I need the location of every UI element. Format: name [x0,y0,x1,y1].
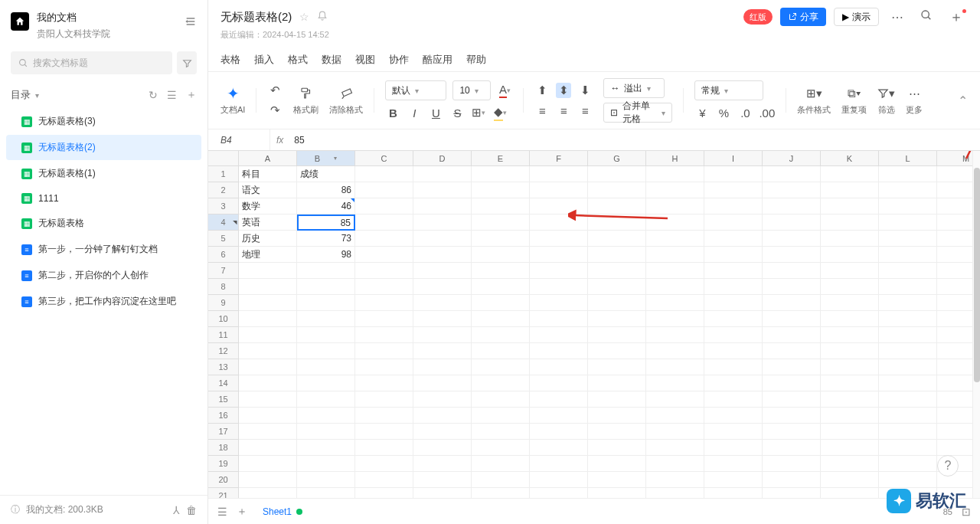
row-header[interactable]: 17 [208,424,239,440]
cell[interactable] [355,375,413,391]
chevron-down-icon[interactable]: ▾ [35,91,39,100]
cell[interactable] [821,488,879,498]
cell[interactable] [704,488,763,498]
list-view-icon[interactable]: ☰ [167,89,177,101]
cell[interactable] [646,359,704,375]
cell[interactable] [704,263,763,279]
cell[interactable] [763,327,821,343]
cell[interactable] [763,375,821,391]
cell[interactable] [530,166,588,182]
add-catalog-icon[interactable]: ＋ [186,88,197,102]
catalog-label[interactable]: 目录 [11,88,31,102]
menu-item[interactable]: 视图 [355,53,375,67]
column-header[interactable]: B▾ [297,151,355,166]
cell[interactable] [239,343,297,359]
cell[interactable] [530,375,588,391]
column-header[interactable]: C [355,151,413,166]
help-icon[interactable]: ? [937,455,959,477]
refresh-icon[interactable]: ↻ [149,89,158,101]
cell[interactable] [646,391,704,408]
cell[interactable] [821,391,879,408]
cell[interactable] [646,311,704,327]
search-input[interactable]: 搜索文档标题 [11,51,172,74]
cell[interactable] [530,295,588,311]
decimal-increase-icon[interactable]: .00 [759,105,775,120]
row-header[interactable]: 1 [208,166,239,182]
cell[interactable] [413,343,472,359]
cell[interactable] [704,343,763,359]
cell[interactable] [763,166,821,182]
cell[interactable] [646,343,704,359]
share-button[interactable]: 分享 [780,8,826,26]
cell[interactable] [355,247,413,263]
cell[interactable] [297,472,355,488]
cell[interactable] [879,440,937,456]
cell[interactable] [646,247,704,263]
cell[interactable] [821,343,879,359]
cell[interactable] [879,343,937,359]
cell[interactable] [297,295,355,311]
column-header[interactable]: M [937,151,972,166]
currency-icon[interactable]: ¥ [694,105,710,120]
cell[interactable] [879,311,937,327]
cell[interactable] [472,359,530,375]
cell[interactable] [646,488,704,498]
menu-item[interactable]: 格式 [288,53,308,67]
cell[interactable] [355,472,413,488]
align-right-icon[interactable]: ≡ [577,103,593,118]
cell[interactable] [937,182,972,198]
cell[interactable] [937,263,972,279]
cell[interactable]: 98 [297,247,355,263]
cell[interactable] [355,424,413,440]
cell[interactable] [937,375,972,391]
cell[interactable] [763,472,821,488]
cell[interactable] [646,424,704,440]
cell[interactable] [413,247,472,263]
cell[interactable] [413,182,472,198]
fill-color-icon[interactable]: ◆ ▾ [492,105,508,120]
valign-top-icon[interactable]: ⬆ [534,83,550,98]
cell[interactable] [821,215,879,231]
cell[interactable] [355,263,413,279]
play-button[interactable]: ▶ 演示 [834,8,879,26]
cell[interactable] [530,263,588,279]
cell[interactable] [413,327,472,343]
vertical-scrollbar[interactable] [972,151,980,498]
cell[interactable] [413,408,472,424]
cell[interactable] [472,391,530,408]
cell[interactable] [704,424,763,440]
cell[interactable] [413,472,472,488]
cell[interactable] [297,440,355,456]
cell[interactable] [763,198,821,215]
cell[interactable] [588,166,646,182]
sidebar-item[interactable]: ▦无标题表格(2) [6,135,201,160]
cell[interactable] [821,182,879,198]
cell[interactable] [530,247,588,263]
cell[interactable] [704,182,763,198]
cell[interactable] [297,391,355,408]
trash-icon[interactable]: 🗑 [186,504,197,516]
cell[interactable] [413,279,472,295]
collapse-toolbar-icon[interactable]: ⌃ [958,93,968,108]
cell[interactable] [646,440,704,456]
version-badge[interactable]: 红版 [743,9,773,25]
share-icon[interactable]: ⅄ [173,504,180,516]
cell[interactable] [704,408,763,424]
cell[interactable] [472,166,530,182]
cell[interactable] [937,166,972,182]
cell[interactable] [297,359,355,375]
cell[interactable] [704,391,763,408]
column-header[interactable]: E [472,151,530,166]
cell[interactable] [937,408,972,424]
cell[interactable] [704,215,763,231]
row-header[interactable]: 6 [208,247,239,263]
cell[interactable] [355,456,413,472]
italic-icon[interactable]: I [407,105,422,120]
cell[interactable] [530,311,588,327]
cell[interactable]: 46 [297,198,355,215]
cell[interactable]: 科目 [239,166,297,182]
cell[interactable] [646,408,704,424]
cell[interactable] [588,472,646,488]
cell[interactable] [355,327,413,343]
cell[interactable] [821,231,879,247]
